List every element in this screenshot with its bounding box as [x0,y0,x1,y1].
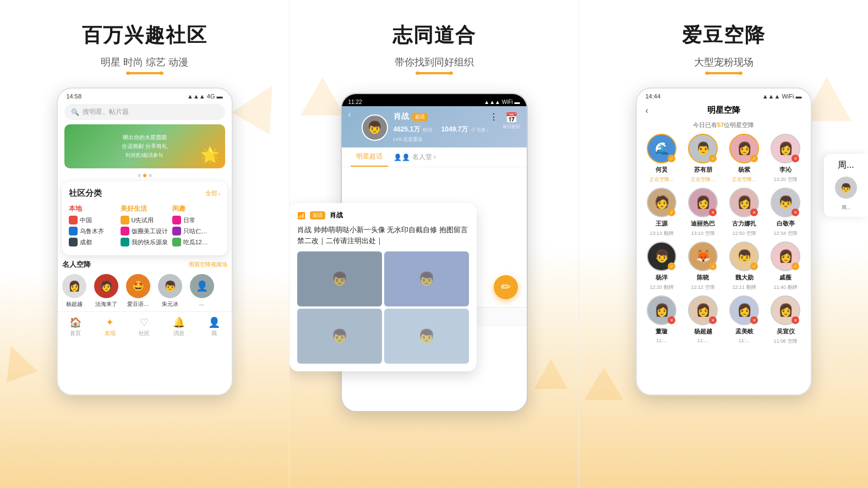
celeb-avatar-4: 👤 [190,274,214,298]
side-peek-label: 周... [842,204,851,211]
p3-back-icon[interactable]: ‹ [646,106,648,116]
star-item-12[interactable]: 👩 ✕ 董璇 11:... [643,295,680,345]
banner-text-1: 晒出你的水星圆圆合适挑剔 分享有礼到浏览3超话参与 [122,133,167,160]
p2-back-icon[interactable]: ‹ [348,109,351,119]
celeb-item-0[interactable]: 👩 杨超越 [62,274,86,308]
star-item-8[interactable]: 👦 ✓ 杨洋 12:20 翻牌 [643,242,680,291]
nav-community[interactable]: ♡ 社区 [139,316,150,337]
star-item-6[interactable]: 👩 ✕ 古力娜扎 12:50 空降 [726,188,763,237]
fab-button[interactable]: ✏ [494,275,518,299]
p2-follow-label: 小飞侠 › [471,127,489,133]
nav-home[interactable]: 🏠 首页 [69,316,81,337]
check-badge-14: ✕ [750,316,758,324]
comm-icon-daily [172,216,181,224]
star-item-10[interactable]: 👦 ✓ 魏大勋 12:11 翻牌 [726,242,763,291]
comm-item-happy[interactable]: 我的快乐源泉 [121,238,169,246]
post-img-0: 👦 [297,251,382,306]
celeb-item-1[interactable]: 🧑 法海来了 [94,274,118,308]
post-card: 📶 超话 肖战 肖战 帅帅萌萌哒小新一头像 无水印自截自修 抱图留言 禁二改｜二… [290,203,477,371]
comm-item-design[interactable]: 饭圈美工设计 [121,227,169,235]
star-avatar-4: 🧑 ✓ [647,188,676,217]
celeb-item-2[interactable]: 🤩 爱豆语… [126,274,150,308]
celeb-name-4: … [199,300,205,306]
search-placeholder-1: 搜明星、帖片题 [83,107,129,117]
check-badge-7: ✕ [791,209,799,216]
star-item-13[interactable]: 👩 ✕ 杨超越 11:... [685,295,722,345]
p2-tab-supertopic[interactable]: 明星超话 [351,147,388,167]
comm-label-chengdu: 成都 [80,238,92,246]
post-img-2-placeholder: 👦 [331,328,348,344]
comm-item-gu[interactable]: 只咕仁… [172,227,221,235]
side-peek-text: 周... [838,160,854,171]
comm-label-design: 饭圈美工设计 [132,227,168,235]
star-status-14: 11:... [739,338,750,343]
comm-item-urumqi[interactable]: 乌鲁木齐 [69,227,117,235]
star-item-11[interactable]: 👩 ✓ 戚薇 11:40 翻牌 [767,242,804,291]
star-item-15[interactable]: 👩 ✕ 吴宣仪 11:06 空降 [767,295,804,345]
star-avatar-11: 👩 ✓ [771,242,800,271]
side-peek-avatar-0: 👦 [835,177,857,199]
comm-icon-melon [172,238,181,246]
comm-item-china[interactable]: 中国 [69,216,117,224]
star-avatar-1: 👨 ✓ [688,134,718,163]
p2-tab-hall[interactable]: 👤👤 名人堂 › [388,147,441,167]
comm-item-melon[interactable]: 吃瓜12… [172,238,221,246]
comm-item-chengdu[interactable]: 成都 [69,238,117,246]
star-status-1: 正在空降... [691,176,715,183]
nav-discover[interactable]: ✦ 发现 [105,316,116,337]
star-item-2[interactable]: 👩 ✓ 杨紫 正在空降... [726,134,763,183]
panel3-underline [707,72,740,74]
celeb-name-2: 爱豆语… [127,300,149,308]
star-name-5: 迪丽热巴 [691,220,715,228]
star-item-4[interactable]: 🧑 ✓ 王源 13:13 翻牌 [643,188,680,237]
check-badge-2: ✓ [750,155,758,162]
p2-more-icon[interactable]: ⋮ [489,112,498,122]
nav-home-label: 首页 [70,330,81,337]
celeb-name-0: 杨超越 [66,300,83,308]
comm-col-life: 美好生活 U先试用 饭圈美工设计 我的快乐源泉 [121,204,169,249]
comm-label-daily: 日常 [183,216,195,224]
panel1-underline [128,72,161,74]
post-wifi-icon: 📶 [297,212,305,220]
star-item-5[interactable]: 👩 ✕ 迪丽热巴 13:10 空降 [685,188,722,237]
community-all[interactable]: 全部 › [205,189,221,198]
p2-stat-follow: 1049.7万 小飞侠 › [441,124,489,134]
nav-profile[interactable]: 👤 我 [208,316,220,337]
star-item-1[interactable]: 👨 ✓ 苏有朋 正在空降... [685,134,722,183]
community-title: 社区分类 [69,188,102,199]
star-name-8: 杨洋 [656,273,668,282]
star-avatar-5: 👩 ✕ [688,188,718,217]
comm-item-daily[interactable]: 日常 [172,216,221,224]
celeb-item-3[interactable]: 👦 朱元冰 [158,274,182,308]
comm-label-happy: 我的快乐源泉 [132,238,168,246]
star-item-7[interactable]: 👦 ✕ 白敬亭 12:34 空降 [767,188,804,237]
star-status-0: 正在空降... [649,176,674,183]
search-bar-1[interactable]: 🔍 搜明星、帖片题 [64,104,225,120]
p2-badge: 超话 [412,113,428,121]
p3-navbar: ‹ 明星空降 [637,102,811,119]
star-item-9[interactable]: 🦊 ✓ 陈晓 12:12 空降 [685,242,722,291]
celeb-item-4[interactable]: 👤 … [190,274,214,308]
star-item-0[interactable]: 🌊 ✓ 何炅 正在空降... [643,134,680,183]
comm-label-china: 中国 [80,216,92,224]
comm-col-title-local: 本地 [69,204,117,213]
star-name-7: 白敬亭 [777,220,795,228]
p3-signal: ▲▲▲ WiFi ▬ [762,93,802,100]
side-peek-panel[interactable]: 周... 👦 周... [824,154,868,217]
star-status-10: 12:11 翻牌 [732,284,756,291]
p2-follow-num: 1049.7万 [441,125,468,133]
comm-item-u[interactable]: U先试用 [121,216,169,224]
star-item-14[interactable]: 👩 ✕ 孟美岐 11:... [726,295,763,345]
star-status-6: 12:50 空降 [732,230,756,237]
post-img-2: 👦 [297,309,382,364]
nav-message[interactable]: 🔔 消息 [173,316,185,337]
star-name-11: 戚薇 [779,273,791,282]
nav-community-label: 社区 [139,330,150,337]
star-name-13: 杨超越 [694,327,712,336]
banner-1[interactable]: 晒出你的水星圆圆合适挑剔 分享有礼到浏览3超话参与 🌟 [64,124,225,168]
star-item-3[interactable]: 👩 ✕ 李沁 13:20 空降 [767,134,804,183]
check-badge-11: ✓ [791,262,799,270]
check-badge-13: ✕ [709,316,717,324]
p2-daily[interactable]: 📅 每日签到 [503,112,520,130]
celeb-more[interactable]: 围观空降视频场 [189,261,227,268]
